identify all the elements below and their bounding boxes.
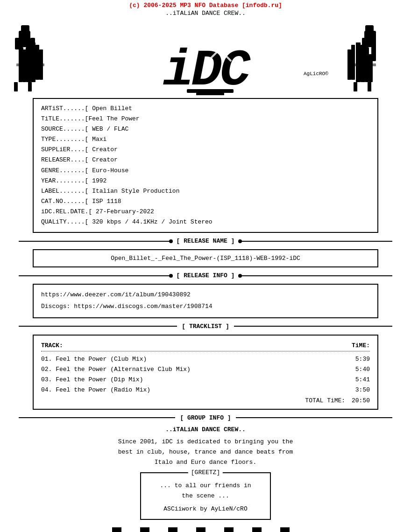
track-time: 5:39 — [355, 354, 370, 364]
track-time: 3:50 — [355, 385, 370, 395]
track-info: 01. Feel the Power (Club Mix) — [41, 354, 147, 364]
greetz-line2: the scene ... — [150, 491, 261, 501]
greetz-box: [GREETZ] ... to all our friends in the s… — [140, 472, 271, 520]
svg-rect-28 — [354, 82, 357, 91]
svg-rect-40 — [112, 527, 121, 532]
release-info-box: https://www.deezer.com/it/album/19043089… — [33, 284, 378, 318]
subtitle-text: ..iTALiAN DANCE CREW.. — [0, 10, 411, 17]
greetz-title: [GREETZ] — [188, 469, 223, 476]
svg-rect-36 — [23, 58, 26, 60]
time-col-header: TiME: — [352, 342, 370, 349]
table-row: 01. Feel the Power (Club Mix)5:39 — [41, 354, 370, 364]
svg-rect-52 — [280, 527, 290, 532]
svg-rect-48 — [224, 527, 234, 532]
copyright-text: (c) 2006-2025 MP3 NFO Database [infodb.r… — [129, 2, 282, 9]
tracklist-header-row: TRACK: TiME: — [41, 340, 370, 351]
tracklist-rows: 01. Feel the Power (Club Mix)5:3902. Fee… — [41, 354, 370, 395]
greetz-line1: ... to all our friends in — [150, 481, 261, 491]
total-time-row: TOTAL TiME: 20:50 — [41, 397, 370, 404]
svg-rect-24 — [364, 47, 369, 61]
track-time: 5:40 — [355, 364, 370, 375]
artist-info-content: ARTiST......[ Open Billet TiTLE.......[F… — [41, 104, 370, 227]
release-info-divider: [ RELEASE INFO ] — [19, 272, 392, 279]
svg-rect-9 — [19, 47, 23, 61]
page-wrapper: (c) 2006-2025 MP3 NFO Database [infodb.r… — [0, 0, 411, 532]
group-info-label: [ GROUP INFO ] — [175, 414, 235, 421]
crew-name: ..iTALiAN DANCE CREW.. — [33, 426, 378, 433]
ascii-credit: ASCiiwork by AyLieN/cRO — [150, 504, 261, 514]
deezer-link: https://www.deezer.com/it/album/19043089… — [41, 289, 370, 301]
total-label: TOTAL TiME: — [305, 397, 345, 404]
svg-rect-4 — [35, 45, 39, 80]
bottom-wavy-svg — [65, 527, 346, 532]
svg-rect-29 — [368, 82, 371, 91]
svg-text:iDC: iDC — [163, 42, 251, 96]
release-name-label: [ RELEASE NAME ] — [172, 238, 240, 245]
track-info: 03. Feel the Power (Dip Mix) — [41, 375, 143, 385]
svg-rect-44 — [168, 527, 177, 532]
logo-svg: iDC AgLicRO© — [5, 17, 406, 96]
group-description: Since 2001, iDC is dedicated to bringing… — [33, 437, 378, 468]
group-info-section: ..iTALiAN DANCE CREW.. Since 2001, iDC i… — [33, 426, 378, 468]
svg-rect-27 — [348, 63, 376, 66]
svg-rect-37 — [27, 56, 29, 58]
release-name-box: Open_Billet_-_Feel_The_Power-(ISP_1118)-… — [33, 249, 378, 267]
track-info: 04. Feel the Power (Radio Mix) — [41, 385, 150, 395]
table-row: 02. Feel the Power (Alternative Club Mix… — [41, 364, 370, 375]
tracklist-divider: [ TRACKLIST ] — [19, 323, 392, 330]
track-time: 5:41 — [355, 375, 370, 385]
release-info-label: [ RELEASE INFO ] — [172, 272, 240, 279]
logo-area: iDC AgLicRO© — [0, 17, 411, 96]
tracklist-separator — [41, 351, 370, 351]
svg-rect-26 — [365, 25, 374, 34]
svg-text:AgLicRO©: AgLicRO© — [304, 71, 328, 77]
table-row: 04. Feel the Power (Radio Mix)3:50 — [41, 385, 370, 395]
svg-rect-10 — [26, 47, 30, 61]
tracklist-box: TRACK: TiME: 01. Feel the Power (Club Mi… — [33, 335, 378, 410]
total-time: 20:50 — [352, 397, 370, 404]
track-col-header: TRACK: — [41, 342, 63, 349]
tracklist-label: [ TRACKLIST ] — [177, 323, 234, 330]
release-name-divider: [ RELEASE NAME ] — [19, 238, 392, 245]
svg-rect-46 — [196, 527, 206, 532]
svg-rect-25 — [371, 47, 376, 61]
release-name-value: Open_Billet_-_Feel_The_Power-(ISP_1118)-… — [111, 255, 300, 262]
svg-rect-39 — [196, 93, 224, 95]
svg-rect-11 — [21, 25, 29, 34]
svg-rect-50 — [252, 527, 262, 532]
greetz-section: [GREETZ] ... to all our friends in the s… — [0, 472, 411, 520]
discogs-link: Discogs: https://www.discogs.com/master/… — [41, 301, 370, 313]
svg-rect-12 — [16, 63, 44, 66]
svg-rect-13 — [14, 82, 18, 91]
artist-info-box: ARTiST......[ Open Billet TiTLE.......[F… — [33, 98, 378, 233]
svg-rect-18 — [356, 42, 361, 82]
bottom-decoration — [0, 527, 411, 532]
svg-rect-38 — [187, 89, 234, 93]
svg-rect-8 — [30, 38, 35, 49]
svg-rect-14 — [28, 82, 32, 91]
track-info: 02. Feel the Power (Alternative Club Mix… — [41, 364, 191, 375]
table-row: 03. Feel the Power (Dip Mix)5:41 — [41, 375, 370, 385]
copyright-header: (c) 2006-2025 MP3 NFO Database [infodb.r… — [0, 0, 411, 9]
svg-rect-42 — [140, 527, 149, 532]
group-info-divider: [ GROUP INFO ] — [19, 414, 392, 421]
svg-rect-19 — [351, 45, 355, 80]
